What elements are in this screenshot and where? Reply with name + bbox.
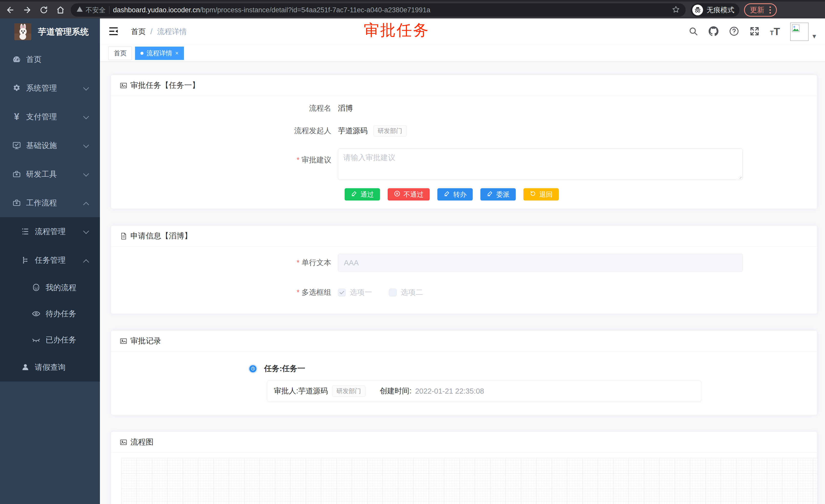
breadcrumb-home[interactable]: 首页 — [131, 27, 146, 37]
page-content: 审批任务【任务一】 流程名 滔博 流程发起人 芋道源码 研发部门 — [100, 62, 825, 504]
sidebar-item-leave-query[interactable]: 请假查询 — [0, 353, 100, 382]
breadcrumb-current: 流程详情 — [157, 27, 187, 37]
sidebar-item-label: 我的流程 — [46, 282, 76, 293]
sidebar-item-payment[interactable]: ¥ 支付管理 — [0, 102, 100, 131]
screen: 不安全 dashboard.yudao.iocoder.cn/bpm/proce… — [0, 0, 825, 504]
sidebar-item-label: 研发工具 — [26, 169, 57, 179]
help-icon[interactable] — [729, 26, 739, 37]
search-icon[interactable] — [688, 26, 698, 37]
sidebar-item-label: 工作流程 — [26, 198, 57, 208]
user-face-icon — [30, 283, 42, 292]
field-label: 流程发起人 — [120, 126, 338, 136]
sidebar-item-label: 已办任务 — [46, 335, 76, 345]
tab-process-detail[interactable]: 流程详情 × — [135, 47, 184, 60]
reject-button[interactable]: 不通过 — [388, 188, 430, 200]
forward-icon[interactable] — [22, 5, 32, 15]
browser-menu-icon[interactable] — [769, 6, 771, 14]
sidebar-item-label: 请假查询 — [35, 362, 66, 372]
list-icon — [19, 227, 31, 236]
sidebar-item-label: 基础设施 — [26, 140, 57, 151]
card-header: 审批记录 — [111, 331, 817, 352]
sidebar-item-my-process[interactable]: 我的流程 — [0, 274, 100, 301]
back-icon[interactable] — [6, 5, 15, 15]
circle-close-icon — [394, 190, 400, 199]
suggestion-row: 审批建议 — [120, 148, 808, 181]
approver-label: 审批人: — [274, 386, 298, 396]
annotation-overlay: 审批任务 — [364, 20, 430, 41]
incognito-badge: 无痕模式 — [691, 3, 739, 17]
edit-icon — [486, 190, 493, 199]
card-header: 申请信息【滔博】 — [111, 226, 817, 247]
avatar-caret-icon[interactable]: ▼ — [811, 33, 817, 40]
sidebar-item-done-tasks[interactable]: 已办任务 — [0, 327, 100, 353]
bpmn-canvas[interactable] — [121, 458, 817, 504]
checkbox-label: 选项二 — [401, 287, 423, 298]
sidebar: 芋道管理系统 首页 系统管理 ¥ 支付管理 基础设施 — [0, 18, 100, 504]
github-icon[interactable] — [708, 26, 719, 37]
browser-toolbar: 不安全 dashboard.yudao.iocoder.cn/bpm/proce… — [0, 0, 825, 18]
approval-task-card: 审批任务【任务一】 流程名 滔博 流程发起人 芋道源码 研发部门 — [111, 75, 817, 209]
sidebar-item-label: 支付管理 — [26, 112, 57, 122]
approve-button[interactable]: 通过 — [345, 188, 380, 200]
update-button[interactable]: 更新 — [744, 3, 777, 17]
breadcrumb: 首页 / 流程详情 — [131, 27, 187, 37]
chevron-down-icon — [83, 227, 89, 236]
close-icon[interactable]: × — [175, 50, 178, 57]
incognito-icon — [692, 5, 703, 15]
app-logo — [14, 23, 31, 40]
initiator-value: 芋道源码 — [338, 126, 368, 136]
url-bar[interactable]: 不安全 dashboard.yudao.iocoder.cn/bpm/proce… — [71, 3, 686, 17]
dept-tag: 研发部门 — [332, 386, 365, 397]
url-text: dashboard.yudao.iocoder.cn/bpm/process-i… — [113, 6, 431, 14]
sidebar-logo[interactable]: 芋道管理系统 — [0, 18, 100, 45]
eye-open-icon — [30, 309, 42, 318]
checkbox-option1 — [338, 288, 346, 296]
button-label: 委派 — [496, 190, 510, 199]
security-label: 不安全 — [86, 6, 105, 15]
incognito-label: 无痕模式 — [706, 5, 734, 15]
sidebar-item-todo-tasks[interactable]: 待办任务 — [0, 301, 100, 327]
return-button[interactable]: 退回 — [523, 188, 559, 200]
home-icon[interactable] — [56, 5, 65, 15]
timeline-item: 任务:任务一 — [120, 363, 808, 374]
avatar[interactable] — [790, 22, 809, 41]
toolbox-icon — [11, 170, 22, 179]
tab-label: 首页 — [114, 49, 127, 57]
tags-view-bar: 首页 流程详情 × — [100, 45, 825, 62]
tab-label: 流程详情 — [147, 49, 172, 57]
sidebar-item-dev-tools[interactable]: 研发工具 — [0, 160, 100, 188]
button-label: 不通过 — [403, 190, 424, 199]
picture-icon — [120, 82, 127, 89]
sidebar-item-infrastructure[interactable]: 基础设施 — [0, 131, 100, 160]
sidebar-item-workflow[interactable]: 工作流程 — [0, 188, 100, 217]
picture-icon — [120, 438, 127, 446]
url-path: /bpm/process-instance/detail?id=54aa251f… — [200, 6, 430, 14]
hamburger-icon[interactable] — [108, 27, 119, 37]
delegate-button[interactable]: 委派 — [480, 188, 516, 200]
button-label: 通过 — [361, 190, 374, 199]
sidebar-item-system[interactable]: 系统管理 — [0, 74, 100, 102]
sidebar-item-home[interactable]: 首页 — [0, 45, 100, 74]
picture-icon — [120, 337, 127, 345]
fullscreen-icon[interactable] — [749, 26, 760, 37]
checkbox-group-row: 多选框组 选项一 选项二 — [120, 283, 808, 302]
tab-home[interactable]: 首页 — [108, 47, 132, 60]
suggestion-textarea[interactable] — [338, 148, 743, 180]
sidebar-item-task-mgmt[interactable]: 任务管理 — [0, 246, 100, 274]
card-title: 申请信息【滔博】 — [130, 231, 192, 241]
url-domain: dashboard.yudao.iocoder.cn — [113, 6, 200, 14]
edit-icon — [351, 190, 357, 199]
app-title: 芋道管理系统 — [38, 26, 89, 37]
font-size-icon[interactable]: TT — [770, 26, 780, 37]
transfer-button[interactable]: 转办 — [437, 188, 473, 200]
sidebar-item-process-mgmt[interactable]: 流程管理 — [0, 217, 100, 246]
sidebar-item-label: 任务管理 — [35, 255, 66, 266]
task-title: 任务:任务一 — [264, 363, 305, 374]
reload-icon[interactable] — [40, 6, 48, 14]
briefcase-icon — [11, 198, 22, 207]
text-input: AAA — [338, 254, 743, 272]
bookmark-star-icon[interactable] — [672, 5, 680, 15]
person-icon — [19, 363, 31, 371]
approval-actions: 通过 不通过 转办 委 — [120, 188, 808, 200]
update-label: 更新 — [750, 5, 764, 15]
